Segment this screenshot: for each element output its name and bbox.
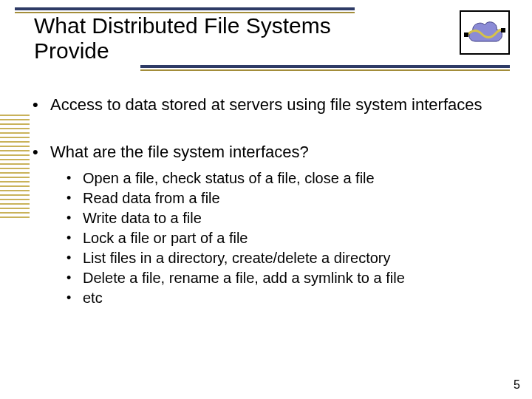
title-rule-bottom [140,65,510,68]
sub-bullet-text: etc [83,290,103,306]
sub-bullet-item: Lock a file or part of a file [66,228,505,248]
sub-bullet-item: Write data to a file [66,208,505,228]
sub-bullet-item: Delete a file, rename a file, add a syml… [66,268,505,288]
bullet-item: Access to data stored at servers using f… [33,95,505,115]
title-rule-bottom-accent [140,69,510,71]
bullet-text: What are the file system interfaces? [50,143,309,161]
slide-body: Access to data stored at servers using f… [33,95,505,335]
sub-bullet-text: Delete a file, rename a file, add a syml… [83,270,405,286]
sub-bullet-item: Read data from a file [66,188,505,208]
title-rule-top [15,7,355,10]
sub-bullet-text: Read data from a file [83,190,220,206]
sub-bullet-text: Write data to a file [83,210,202,226]
sub-bullet-item: Open a file, check status of a file, clo… [66,168,505,188]
sub-bullet-item: etc [66,288,505,308]
sub-bullet-text: Lock a file or part of a file [83,230,248,246]
sub-bullet-text: List files in a directory, create/delete… [83,250,390,266]
bullet-text: Access to data stored at servers using f… [50,95,482,114]
network-cloud-icon [460,10,510,55]
left-hatch-decoration [0,115,30,218]
slide-title: What Distributed File Systems Provide [34,13,389,64]
svg-rect-1 [501,28,505,33]
svg-rect-0 [464,33,468,37]
sub-bullet-item: List files in a directory, create/delete… [66,248,505,268]
sub-bullet-text: Open a file, check status of a file, clo… [83,170,375,186]
page-number: 5 [514,378,520,392]
bullet-item: What are the file system interfaces? Ope… [33,142,505,308]
